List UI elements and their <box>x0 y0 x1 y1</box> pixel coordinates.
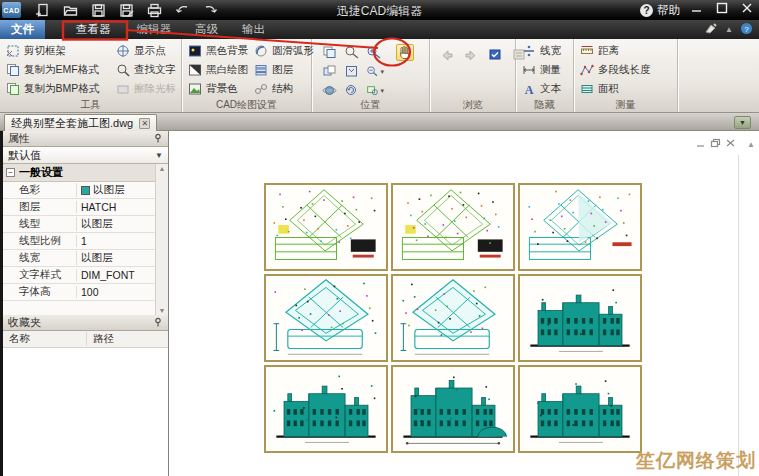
property-name: 线型比例 <box>3 234 76 248</box>
property-row[interactable]: 线型 以图层 <box>3 216 155 233</box>
redo-icon[interactable] <box>203 3 218 18</box>
ribbon-group-title: 隐藏 <box>516 98 573 112</box>
ribbon-item-copy-emf[interactable]: 复制为EMF格式 <box>6 62 108 78</box>
ribbon-item-copy-bmp[interactable]: 复制为BMP格式 <box>6 81 108 97</box>
pan-hand-icon[interactable] <box>396 44 414 61</box>
color-swatch <box>81 186 90 195</box>
bookmark-add-icon[interactable] <box>487 47 503 64</box>
tab-list-chevron-icon[interactable]: ▼ <box>734 116 751 129</box>
ribbon-group-title: 测量 <box>574 98 677 112</box>
ribbon-item-measure-toggle[interactable]: 测量 <box>522 62 569 78</box>
document-tab-close-icon[interactable]: ✕ <box>139 118 150 129</box>
tab-advanced[interactable]: 高级 <box>183 20 230 39</box>
about-icon[interactable]: ? <box>740 22 753 37</box>
canvas-scroll-up-icon[interactable]: ▲ <box>747 140 755 149</box>
zoom-out-icon[interactable]: ▾ <box>366 63 384 80</box>
minimize-button[interactable] <box>689 1 705 20</box>
mdi-minimize-icon[interactable] <box>695 138 706 148</box>
document-tab-label: 经典别墅全套施工图.dwg <box>11 116 133 131</box>
property-row[interactable]: 线宽 以图层 <box>3 250 155 267</box>
ribbon-item-show-points[interactable]: 显示点 <box>116 43 176 59</box>
property-row[interactable]: 文字样式 DIM_FONT <box>3 267 155 284</box>
ribbon-item-background-color[interactable]: 背景色 <box>188 81 246 97</box>
style-brush-icon[interactable] <box>704 22 718 37</box>
property-row[interactable]: 字体高 100 <box>3 284 155 301</box>
pin-icon[interactable] <box>153 317 163 329</box>
select-zoom-icon[interactable] <box>344 44 362 61</box>
line-width-icon <box>522 44 536 58</box>
print-icon[interactable] <box>147 3 162 18</box>
undo-icon[interactable] <box>175 3 190 18</box>
tab-viewer[interactable]: 查看器 <box>62 20 125 39</box>
favorites-column-name[interactable]: 名称 <box>3 332 87 346</box>
ribbon-item-label: 黑白绘图 <box>206 63 248 77</box>
mdi-close-icon[interactable] <box>725 138 736 148</box>
ribbon-item-layers[interactable]: 图层 <box>254 62 314 78</box>
collapse-ribbon-icon[interactable]: ▲ <box>725 25 733 34</box>
ribbon-item-find-text[interactable]: 查找文字 <box>116 62 176 78</box>
quick-access-toolbar <box>35 3 218 18</box>
distance-icon <box>580 44 594 58</box>
ribbon-item-polyline-length[interactable]: 多段线长度 <box>580 62 673 78</box>
ribbon-group-browse: 浏览 <box>430 39 516 112</box>
mdi-restore-icon[interactable] <box>710 138 721 148</box>
ribbon-item-structure[interactable]: 结构 <box>254 81 314 97</box>
ribbon: 剪切框架 复制为EMF格式 复制为BMP格式 显示点 查找文 <box>0 39 759 113</box>
save-as-icon[interactable] <box>119 3 134 18</box>
ribbon-item-text-toggle[interactable]: A 文本 <box>522 81 569 97</box>
favorites-column-path[interactable]: 路径 <box>87 332 114 346</box>
ribbon-item-line-width[interactable]: 线宽 <box>522 43 569 59</box>
app-logo: CAD <box>2 2 21 18</box>
save-icon[interactable] <box>91 3 106 18</box>
property-group-row[interactable]: − 一般设置 <box>3 164 155 182</box>
tab-file[interactable]: 文件 <box>0 20 45 39</box>
erase-cursor-icon <box>116 82 130 96</box>
scroll-down-icon[interactable]: ▼ <box>159 307 166 314</box>
text-icon: A <box>522 82 536 96</box>
zoom-extents-icon[interactable] <box>344 63 362 80</box>
show-points-icon <box>116 44 130 58</box>
scroll-up-icon[interactable]: ▲ <box>159 165 166 172</box>
drawing-cell <box>264 365 388 453</box>
property-row[interactable]: 色彩 以图层 <box>3 182 155 199</box>
ribbon-item-label: 背景色 <box>206 82 238 96</box>
ribbon-item-smooth-arc[interactable]: 圆滑弧形 <box>254 43 314 59</box>
help-button[interactable]: ? 帮助 <box>640 3 680 18</box>
maximize-button[interactable] <box>714 1 730 20</box>
duplicate-icon[interactable] <box>322 63 340 80</box>
forward-icon <box>463 47 479 64</box>
drawing-canvas[interactable]: ▲ 笙亿网络策划 <box>168 131 759 476</box>
new-file-icon[interactable] <box>35 3 50 18</box>
orbit-icon[interactable] <box>322 82 340 99</box>
ribbon-item-cut-frame[interactable]: 剪切框架 <box>6 43 108 59</box>
pages-icon[interactable] <box>322 44 340 61</box>
close-button[interactable] <box>739 1 755 20</box>
ribbon-group-title: 工具 <box>0 98 181 112</box>
zoom-previous-icon[interactable] <box>344 82 362 99</box>
zoom-window-icon[interactable]: ▾ <box>366 82 384 99</box>
ribbon-item-bw-drawing[interactable]: 黑白绘图 <box>188 62 246 78</box>
favorites-list[interactable] <box>3 348 168 476</box>
ribbon-item-label: 图层 <box>272 63 293 77</box>
tab-editor[interactable]: 编辑器 <box>125 20 184 39</box>
property-name: 线型 <box>3 217 76 231</box>
zoom-in-icon[interactable] <box>366 44 384 61</box>
property-scrollbar[interactable]: ▲ ▼ <box>155 164 168 315</box>
properties-title: 属性 <box>8 131 30 146</box>
pin-icon[interactable] <box>153 133 163 145</box>
ribbon-item-black-background[interactable]: 黑色背景 <box>188 43 246 59</box>
canvas-scrollbar[interactable] <box>738 155 739 476</box>
ribbon-group-title: CAD绘图设置 <box>182 98 311 112</box>
document-tab[interactable]: 经典别墅全套施工图.dwg ✕ <box>4 114 157 131</box>
tab-output[interactable]: 输出 <box>230 20 277 39</box>
svg-text:?: ? <box>744 25 749 34</box>
collapse-icon[interactable]: − <box>6 168 15 177</box>
property-value: 100 <box>76 286 155 298</box>
ribbon-item-label: 黑色背景 <box>206 44 248 58</box>
preset-dropdown[interactable]: 默认值 ▼ <box>3 147 168 164</box>
ribbon-item-distance[interactable]: 距离 <box>580 43 673 59</box>
open-file-icon[interactable] <box>63 3 78 18</box>
property-row[interactable]: 线型比例 1 <box>3 233 155 250</box>
ribbon-item-area[interactable]: 面积 <box>580 81 673 97</box>
property-row[interactable]: 图层 HATCH <box>3 199 155 216</box>
